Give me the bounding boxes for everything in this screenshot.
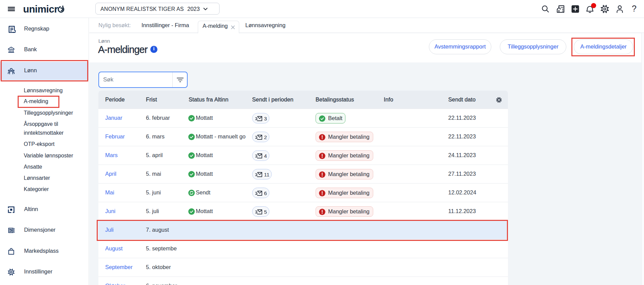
svg-text:unimicr: unimicr — [23, 3, 58, 15]
svg-text:?: ? — [632, 4, 637, 13]
